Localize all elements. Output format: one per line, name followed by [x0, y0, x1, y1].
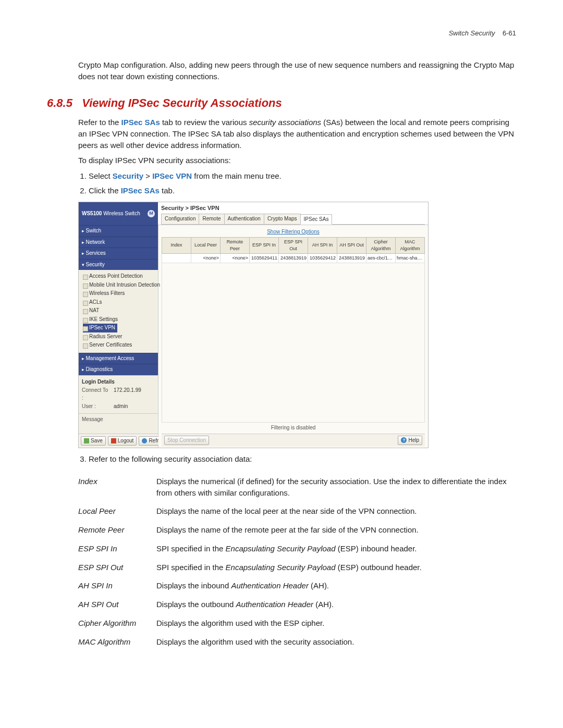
def-desc: Displays the name of the remote peer at …	[156, 521, 516, 539]
nav-management-access[interactable]: Management Access	[79, 353, 158, 364]
tree-server-certificates[interactable]: Server Certificates	[83, 341, 157, 350]
security-tree: Access Point Detection Mobile Unit Intru…	[79, 270, 158, 353]
tree-mu-intrusion-detection[interactable]: Mobile Unit Intrusion Detection	[83, 281, 157, 290]
step-3: Refer to the following security associat…	[89, 453, 516, 465]
col-mac-alg[interactable]: MAC Algorithm	[396, 237, 425, 253]
sa-table: Index Local Peer Remote Peer ESP SPI In …	[162, 237, 425, 263]
table-empty-area	[162, 263, 425, 423]
col-ah-spi-out[interactable]: AH SPI Out	[337, 237, 366, 253]
help-button[interactable]: ?Help	[398, 436, 422, 446]
col-index[interactable]: Index	[162, 237, 191, 253]
heading-title: Viewing IPSec Security Associations	[82, 96, 282, 109]
page-number: 6-61	[503, 29, 516, 37]
save-icon	[84, 438, 89, 443]
logout-icon	[111, 438, 116, 443]
tree-access-point-detection[interactable]: Access Point Detection	[83, 272, 157, 281]
nav-services[interactable]: Services	[79, 248, 158, 259]
tree-wireless-filters[interactable]: Wireless Filters	[83, 289, 157, 298]
def-term: ESP SPI Out	[78, 558, 156, 577]
product-name: WS5100	[82, 211, 102, 216]
main-panel: Show Filtering Options Index Local Peer …	[158, 225, 428, 448]
def-desc: Displays the numerical (if defined) for …	[156, 472, 516, 502]
intro-paragraph: Crypto Map configuration. Also, adding n…	[78, 59, 516, 82]
login-details: Login Details Connect To :172.20.1.99 Us…	[79, 375, 158, 413]
col-cipher-alg[interactable]: Cipher Algorithm	[366, 237, 396, 253]
def-desc: Displays the algorithm used with the ESP…	[156, 614, 516, 633]
def-desc: Displays the algorithm used with the sec…	[156, 633, 516, 651]
logo-icon: M	[148, 210, 155, 217]
paragraph-2: To display IPSec VPN security associatio…	[78, 155, 516, 166]
tab-authentication[interactable]: Authentication	[224, 214, 264, 225]
steps-list-cont: Refer to the following security associat…	[89, 453, 516, 465]
def-term: MAC Algorithm	[78, 633, 156, 651]
def-term: ESP SPI In	[78, 539, 156, 558]
app-titlebar: WS5100 Wireless Switch M	[79, 202, 158, 225]
nav-switch[interactable]: Switch	[79, 225, 158, 237]
def-desc: SPI specified in the Encapsulating Secur…	[156, 539, 516, 558]
tab-crypto-maps[interactable]: Crypto Maps	[264, 214, 301, 225]
tab-bar: Configuration Remote Authentication Cryp…	[161, 214, 425, 225]
page-header: Switch Security 6-61	[47, 29, 516, 39]
col-esp-spi-in[interactable]: ESP SPI In	[250, 237, 279, 253]
def-desc: Displays the outbound Authentication Hea…	[156, 595, 516, 614]
definitions-table: Index Displays the numerical (if defined…	[78, 472, 516, 651]
col-ah-spi-in[interactable]: AH SPI In	[308, 237, 337, 253]
def-desc: Displays the name of the local peer at t…	[156, 502, 516, 521]
save-button[interactable]: Save	[81, 436, 106, 446]
section-heading: 6.8.5 Viewing IPSec Security Association…	[47, 95, 516, 112]
tab-ipsec-sas[interactable]: IPSec SAs	[300, 214, 333, 225]
tree-ipsec-vpn[interactable]: IPSec VPN	[83, 324, 117, 332]
login-host: 172.20.1.99	[114, 387, 141, 402]
app-screenshot: WS5100 Wireless Switch M Security > IPSe…	[78, 202, 429, 448]
def-desc: Displays the inbound Authentication Head…	[156, 576, 516, 595]
step-1: Select Security > IPSec VPN from the mai…	[89, 170, 516, 182]
help-icon: ?	[401, 437, 407, 443]
def-desc: SPI specified in the Encapsulating Secur…	[156, 558, 516, 577]
filter-status: Filtering is disabled	[162, 423, 425, 434]
show-filtering-link[interactable]: Show Filtering Options	[162, 227, 425, 237]
breadcrumb: Security > IPSec VPN	[161, 203, 425, 214]
tree-ike-settings[interactable]: IKE Settings	[83, 315, 157, 324]
def-term: AH SPI Out	[78, 595, 156, 614]
login-user: admin	[114, 403, 128, 411]
def-term: Index	[78, 472, 156, 502]
left-panel: Switch Network Services Security Access …	[79, 225, 158, 448]
tree-nat[interactable]: NAT	[83, 306, 157, 315]
nav-security[interactable]: Security	[79, 259, 158, 270]
tab-remote[interactable]: Remote	[199, 214, 224, 225]
product-sub: Wireless Switch	[103, 211, 140, 216]
steps-list: Select Security > IPSec VPN from the mai…	[89, 170, 516, 196]
def-term: Cipher Algorithm	[78, 614, 156, 633]
col-local-peer[interactable]: Local Peer	[191, 237, 221, 253]
nav-network[interactable]: Network	[79, 237, 158, 248]
col-remote-peer[interactable]: Remote Peer	[221, 237, 250, 253]
login-title: Login Details	[82, 378, 155, 387]
tree-acls[interactable]: ACLs	[83, 298, 157, 307]
step-2: Click the IPSec SAs tab.	[89, 185, 516, 196]
section-name: Switch Security	[449, 29, 495, 37]
logout-button[interactable]: Logout	[108, 436, 137, 446]
stop-connection-button[interactable]: Stop Connection	[164, 436, 209, 446]
def-term: Remote Peer	[78, 521, 156, 539]
message-panel: Message	[79, 413, 158, 434]
paragraph-1: Refer to the IPSec SAs tab to review the…	[78, 117, 516, 151]
def-term: Local Peer	[78, 502, 156, 521]
col-esp-spi-out[interactable]: ESP SPI Out	[279, 237, 308, 253]
heading-number: 6.8.5	[47, 96, 72, 109]
def-term: AH SPI In	[78, 576, 156, 595]
nav-diagnostics[interactable]: Diagnostics	[79, 364, 158, 375]
ipsec-sas-link: IPSec SAs	[121, 118, 160, 127]
refresh-icon	[142, 438, 147, 443]
tree-radius-server[interactable]: Radius Server	[83, 332, 157, 341]
tab-configuration[interactable]: Configuration	[161, 214, 199, 225]
table-row[interactable]: <none> <none> 1035629411 2438813919 1035…	[162, 253, 425, 263]
